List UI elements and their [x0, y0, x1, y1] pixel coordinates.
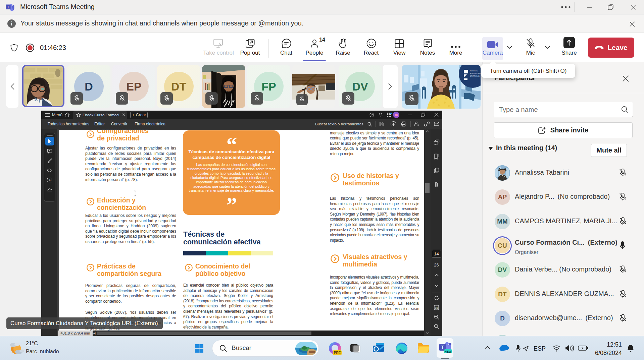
svg-text:PRE: PRE — [334, 351, 341, 355]
svg-text:KONRAD: KONRAD — [470, 70, 478, 72]
svg-text:ADENAUER: ADENAUER — [470, 72, 481, 74]
svg-text:1:1: 1:1 — [435, 307, 438, 309]
svg-text:NEW: NEW — [445, 350, 452, 353]
svg-text:A: A — [49, 179, 51, 182]
svg-text:STIFTUNG: STIFTUNG — [470, 75, 480, 77]
svg-text:T: T — [7, 5, 9, 9]
svg-text:T: T — [441, 345, 444, 350]
